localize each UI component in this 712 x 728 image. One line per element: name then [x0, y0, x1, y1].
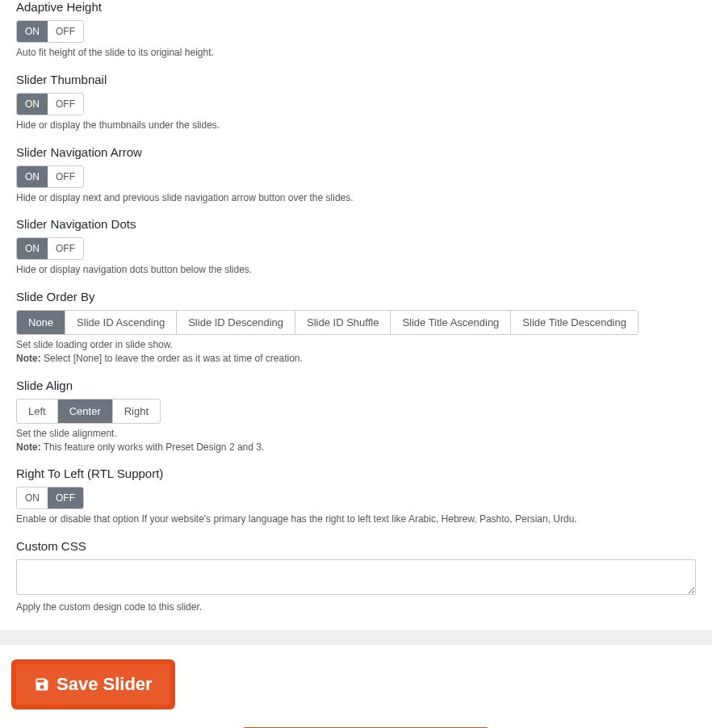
toggle-rtl-on[interactable]: ON [17, 487, 48, 508]
toggle-nav-arrow-on[interactable]: ON [17, 166, 48, 187]
desc-custom-css: Apply the custom design code to this sli… [16, 600, 696, 614]
label-adaptive-height: Adaptive Height [16, 0, 696, 14]
slide-align-right[interactable]: Right [112, 400, 160, 423]
toggle-adaptive-height[interactable]: ON OFF [16, 20, 84, 43]
label-slide-align: Slide Align [16, 379, 696, 392]
desc-slide-align: Set the slide alignment. Note: This feat… [16, 427, 696, 454]
footer-panel: Save Slider [sf id=1 layout=1] Click To … [0, 645, 712, 728]
desc-adaptive-height: Auto fit height of the slide to its orig… [16, 46, 696, 60]
toggle-slider-thumbnail-off[interactable]: OFF [48, 94, 83, 115]
toggle-nav-dots-off[interactable]: OFF [48, 238, 83, 259]
order-by-none[interactable]: None [17, 311, 65, 334]
save-icon [34, 676, 50, 692]
label-nav-arrow: Slider Navigation Arrow [16, 145, 696, 159]
toggle-rtl[interactable]: ON OFF [16, 487, 84, 509]
field-adaptive-height: Adaptive Height ON OFF Auto fit height o… [16, 0, 696, 60]
segmented-order-by[interactable]: None Slide ID Ascending Slide ID Descend… [16, 310, 639, 335]
segmented-slide-align[interactable]: Left Center Right [16, 399, 161, 424]
save-slider-button[interactable]: Save Slider [16, 664, 170, 705]
order-by-title-asc[interactable]: Slide Title Ascending [390, 311, 510, 334]
toggle-slider-thumbnail-on[interactable]: ON [17, 94, 48, 115]
field-nav-arrow: Slider Navigation Arrow ON OFF Hide or d… [16, 145, 696, 205]
save-slider-label: Save Slider [57, 674, 153, 695]
order-by-title-desc[interactable]: Slide Title Descending [510, 311, 638, 334]
field-nav-dots: Slider Navigation Dots ON OFF Hide or di… [16, 217, 696, 277]
desc-rtl: Enable or disable that option If your we… [16, 513, 696, 526]
field-custom-css: Custom CSS Apply the custom design code … [16, 539, 696, 614]
toggle-adaptive-height-on[interactable]: ON [17, 21, 48, 42]
label-nav-dots: Slider Navigation Dots [16, 217, 696, 231]
desc-slider-thumbnail: Hide or display the thumbnails under the… [16, 119, 696, 132]
desc-order-by: Set slide loading order in slide show. N… [16, 338, 696, 366]
order-by-id-desc[interactable]: Slide ID Descending [176, 311, 295, 334]
order-by-id-shuffle[interactable]: Slide ID Shuffle [295, 311, 390, 334]
desc-nav-arrow: Hide or display next and previous slide … [16, 191, 696, 205]
label-order-by: Slide Order By [16, 290, 696, 303]
field-order-by: Slide Order By None Slide ID Ascending S… [16, 290, 696, 366]
toggle-nav-arrow-off[interactable]: OFF [48, 166, 83, 187]
custom-css-input[interactable] [16, 559, 696, 595]
field-slide-align: Slide Align Left Center Right Set the sl… [16, 379, 696, 454]
toggle-adaptive-height-off[interactable]: OFF [48, 21, 83, 42]
slide-align-center[interactable]: Center [57, 400, 112, 423]
label-rtl: Right To Left (RTL Support) [16, 467, 696, 480]
label-custom-css: Custom CSS [16, 539, 696, 553]
field-rtl: Right To Left (RTL Support) ON OFF Enabl… [16, 467, 696, 526]
toggle-nav-arrow[interactable]: ON OFF [16, 165, 84, 188]
field-slider-thumbnail: Slider Thumbnail ON OFF Hide or display … [16, 73, 696, 132]
slide-align-left[interactable]: Left [17, 400, 57, 423]
toggle-nav-dots-on[interactable]: ON [17, 238, 48, 259]
toggle-rtl-off[interactable]: OFF [48, 487, 83, 508]
desc-nav-dots: Hide or display navigation dots button b… [16, 263, 696, 277]
toggle-slider-thumbnail[interactable]: ON OFF [16, 93, 84, 115]
order-by-id-asc[interactable]: Slide ID Ascending [65, 311, 176, 334]
label-slider-thumbnail: Slider Thumbnail [16, 73, 696, 86]
toggle-nav-dots[interactable]: ON OFF [16, 237, 84, 260]
